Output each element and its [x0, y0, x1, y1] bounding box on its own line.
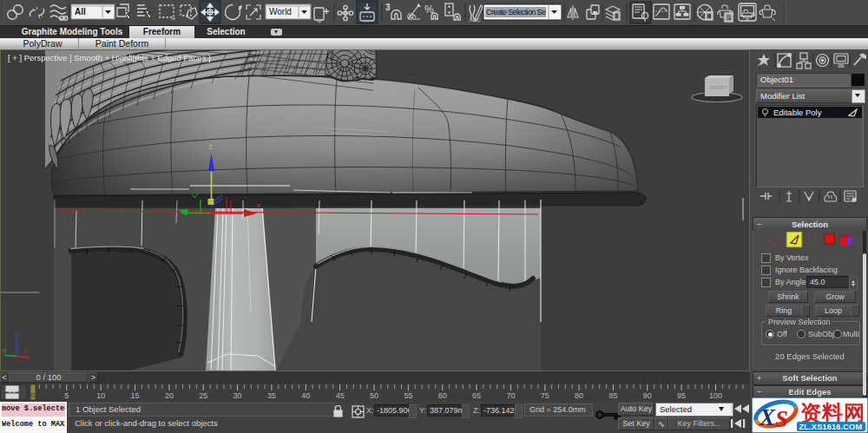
svg-text:40: 40 — [301, 391, 310, 400]
svg-text:ZL.XS1616.COM: ZL.XS1616.COM — [799, 422, 863, 431]
svg-text:ABC: ABC — [470, 17, 481, 23]
svg-text:75: 75 — [541, 391, 549, 400]
svg-text:All: All — [75, 7, 86, 16]
svg-text:95: 95 — [677, 391, 686, 400]
svg-text:FRONT: FRONT — [710, 85, 727, 90]
svg-text:X: X — [759, 404, 776, 430]
svg-text:45: 45 — [336, 391, 345, 400]
svg-text:60: 60 — [438, 391, 447, 400]
svg-text:0: 0 — [31, 391, 36, 399]
svg-text:Create Selection Se: Create Selection Se — [486, 8, 546, 16]
svg-text:[ + ] Perspective ] Smooth + H: [ + ] Perspective ] Smooth + Highlights … — [8, 53, 211, 62]
svg-text:15: 15 — [131, 391, 140, 400]
svg-text:100: 100 — [709, 391, 722, 400]
svg-text:10: 10 — [96, 391, 105, 400]
svg-text:y: y — [3, 346, 7, 354]
svg-text:35: 35 — [267, 391, 276, 400]
svg-text:3: 3 — [385, 3, 391, 12]
svg-text:z: z — [14, 330, 18, 338]
svg-text:x: x — [257, 201, 261, 209]
svg-text:资料网: 资料网 — [800, 401, 865, 424]
svg-text:5: 5 — [64, 391, 69, 400]
svg-text:70: 70 — [506, 391, 515, 400]
svg-text:x: x — [23, 347, 28, 355]
svg-text:90: 90 — [643, 391, 652, 400]
svg-text:25: 25 — [199, 391, 207, 400]
svg-text:30: 30 — [233, 391, 242, 400]
svg-text:80: 80 — [575, 391, 583, 400]
svg-text:z: z — [208, 143, 213, 152]
svg-text:50: 50 — [370, 391, 378, 400]
svg-text:65: 65 — [472, 391, 481, 400]
svg-text:World: World — [269, 7, 292, 16]
svg-text:S: S — [775, 406, 788, 432]
svg-text:55: 55 — [404, 391, 412, 400]
svg-text:85: 85 — [608, 391, 617, 400]
svg-text:20: 20 — [165, 391, 174, 400]
